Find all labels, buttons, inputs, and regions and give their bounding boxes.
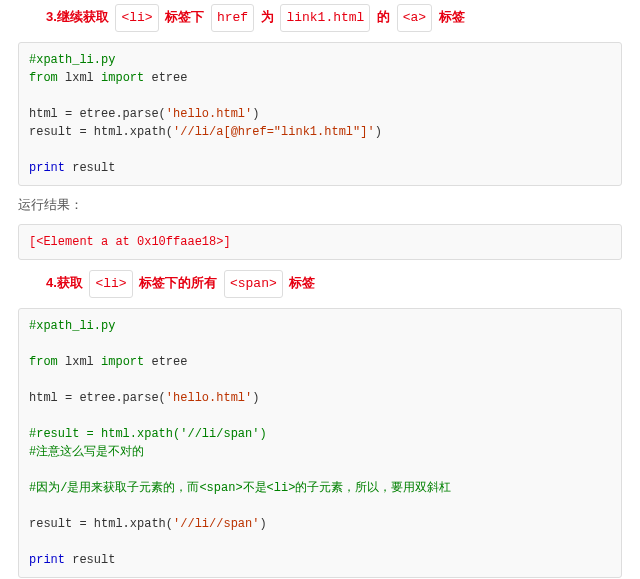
heading-text: 4.获取 (46, 275, 83, 290)
li-tag-pill: <li> (115, 4, 158, 32)
href-pill: href (211, 4, 254, 32)
section-3-heading: 3.继续获取 <li> 标签下 href 为 link1.html 的 <a> … (46, 4, 622, 32)
heading-text: 标签 (439, 9, 465, 24)
code-string: '//li/a[@href="link1.html"]' (173, 125, 375, 139)
heading-text: 标签下的所有 (139, 275, 217, 290)
code-keyword: print (29, 553, 65, 567)
code-keyword: print (29, 161, 65, 175)
section-4-heading: 4.获取 <li> 标签下的所有 <span> 标签 (46, 270, 622, 298)
heading-text: 3.继续获取 (46, 9, 109, 24)
code-text: ) (375, 125, 382, 139)
code-keyword: import (101, 71, 144, 85)
code-text: ) (252, 391, 259, 405)
code-text: result (65, 161, 115, 175)
code-block-4: #xpath_li.py from lxml import etree html… (18, 308, 622, 578)
code-comment: #xpath_li.py (29, 319, 115, 333)
code-comment: #xpath_li.py (29, 53, 115, 67)
code-text: etree (144, 71, 187, 85)
code-comment: #因为/是用来获取子元素的，而<span>不是<li>的子元素，所以，要用双斜杠 (29, 481, 451, 495)
code-keyword: from (29, 355, 58, 369)
code-string: 'hello.html' (166, 107, 252, 121)
heading-text: 标签下 (165, 9, 204, 24)
code-text: lxml (58, 355, 101, 369)
code-comment: #注意这么写是不对的 (29, 445, 144, 459)
run-result-label: 运行结果： (18, 196, 622, 214)
code-keyword: import (101, 355, 144, 369)
heading-text: 标签 (289, 275, 315, 290)
code-text: ) (259, 517, 266, 531)
code-text: html = etree.parse( (29, 391, 166, 405)
result-block-3: [<Element a at 0x10ffaae18>] (18, 224, 622, 260)
li-tag-pill: <li> (89, 270, 132, 298)
code-comment: #result = html.xpath('//li/span') (29, 427, 267, 441)
code-text: ) (252, 107, 259, 121)
code-text: lxml (58, 71, 101, 85)
code-string: '//li//span' (173, 517, 259, 531)
code-text: result (65, 553, 115, 567)
code-string: 'hello.html' (166, 391, 252, 405)
code-block-3: #xpath_li.py from lxml import etree html… (18, 42, 622, 186)
code-text: etree (144, 355, 187, 369)
code-keyword: from (29, 71, 58, 85)
code-text: result = html.xpath( (29, 125, 173, 139)
span-tag-pill: <span> (224, 270, 283, 298)
a-tag-pill: <a> (397, 4, 432, 32)
code-text: html = etree.parse( (29, 107, 166, 121)
link1-pill: link1.html (280, 4, 370, 32)
heading-text: 为 (261, 9, 274, 24)
code-text: result = html.xpath( (29, 517, 173, 531)
heading-text: 的 (377, 9, 390, 24)
